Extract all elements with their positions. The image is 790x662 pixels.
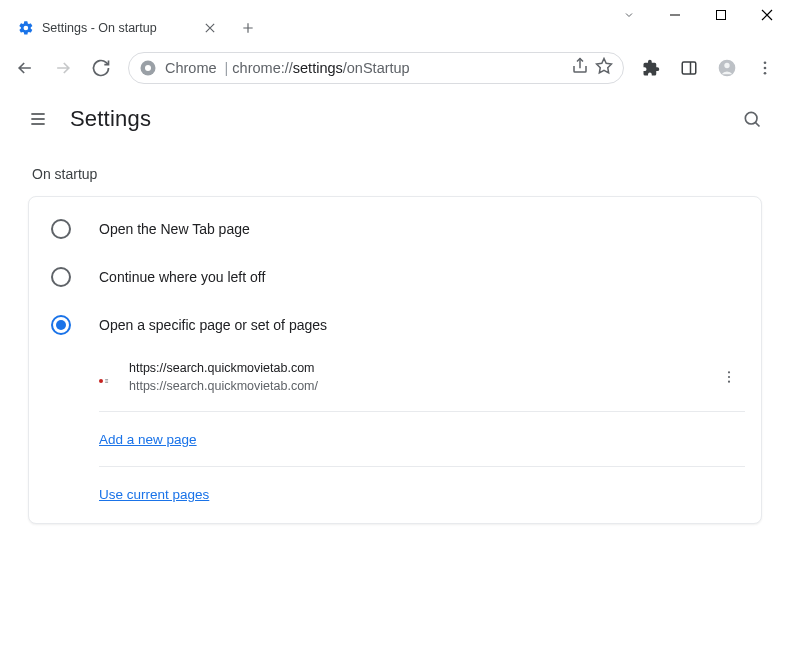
svg-rect-1: [717, 11, 726, 20]
add-page-link[interactable]: Add a new page: [99, 432, 197, 447]
page-more-menu[interactable]: [713, 361, 745, 393]
gear-icon: [18, 20, 34, 36]
profile-avatar-icon[interactable]: [710, 51, 744, 85]
settings-page: Settings On startup Open the New Tab pag…: [0, 90, 790, 662]
startup-pages-list: ≡ https://search.quickmovietab.com https…: [29, 349, 761, 515]
svg-rect-0: [670, 15, 680, 16]
svg-point-6: [724, 63, 729, 68]
page-title: Settings: [70, 106, 151, 132]
maximize-button[interactable]: [698, 0, 744, 30]
window-controls: [590, 0, 790, 46]
radio-icon: [51, 219, 71, 239]
chrome-logo-icon: [139, 59, 157, 77]
section-title: On startup: [32, 166, 762, 182]
new-tab-button[interactable]: [234, 14, 262, 42]
radio-icon: [51, 315, 71, 335]
add-page-row: Add a new page: [99, 418, 745, 460]
settings-header: Settings: [0, 90, 790, 148]
close-window-button[interactable]: [744, 0, 790, 30]
forward-button: [46, 51, 80, 85]
radio-specific-pages[interactable]: Open a specific page or set of pages: [29, 301, 761, 349]
back-button[interactable]: [8, 51, 42, 85]
svg-point-7: [764, 61, 767, 64]
startup-page-row: ≡ https://search.quickmovietab.com https…: [99, 349, 745, 405]
hamburger-menu-icon[interactable]: [20, 101, 56, 137]
svg-point-8: [764, 67, 767, 70]
url-text: Chrome | chrome://settings/onStartup: [165, 60, 410, 76]
side-panel-icon[interactable]: [672, 51, 706, 85]
kebab-menu-icon[interactable]: [748, 51, 782, 85]
startup-options-card: Open the New Tab page Continue where you…: [28, 196, 762, 524]
page-favicon: ≡: [99, 369, 115, 385]
page-name: https://search.quickmovietab.com: [129, 359, 318, 377]
chevron-down-icon[interactable]: [606, 0, 652, 30]
svg-point-9: [764, 72, 767, 75]
svg-point-12: [728, 376, 730, 378]
bookmark-star-icon[interactable]: [595, 57, 613, 79]
extensions-icon[interactable]: [634, 51, 668, 85]
radio-label: Open a specific page or set of pages: [99, 317, 327, 333]
radio-label: Open the New Tab page: [99, 221, 250, 237]
use-current-row: Use current pages: [99, 473, 745, 515]
divider: [99, 466, 745, 467]
divider: [99, 411, 745, 412]
browser-toolbar: Chrome | chrome://settings/onStartup: [0, 46, 790, 90]
radio-new-tab[interactable]: Open the New Tab page: [29, 205, 761, 253]
use-current-pages-link[interactable]: Use current pages: [99, 487, 209, 502]
on-startup-section: On startup Open the New Tab page Continu…: [0, 148, 790, 548]
browser-tab[interactable]: Settings - On startup: [8, 10, 228, 46]
close-tab-button[interactable]: [202, 20, 218, 36]
reload-button[interactable]: [84, 51, 118, 85]
radio-label: Continue where you left off: [99, 269, 265, 285]
svg-point-13: [728, 381, 730, 383]
search-icon[interactable]: [734, 101, 770, 137]
radio-icon: [51, 267, 71, 287]
svg-point-3: [145, 65, 151, 71]
radio-continue[interactable]: Continue where you left off: [29, 253, 761, 301]
svg-rect-4: [682, 62, 696, 74]
page-url: https://search.quickmovietab.com/: [129, 377, 318, 395]
share-icon[interactable]: [571, 57, 589, 79]
minimize-button[interactable]: [652, 0, 698, 30]
svg-point-10: [745, 112, 757, 124]
svg-point-11: [728, 371, 730, 373]
tab-title: Settings - On startup: [42, 21, 194, 35]
address-bar[interactable]: Chrome | chrome://settings/onStartup: [128, 52, 624, 84]
